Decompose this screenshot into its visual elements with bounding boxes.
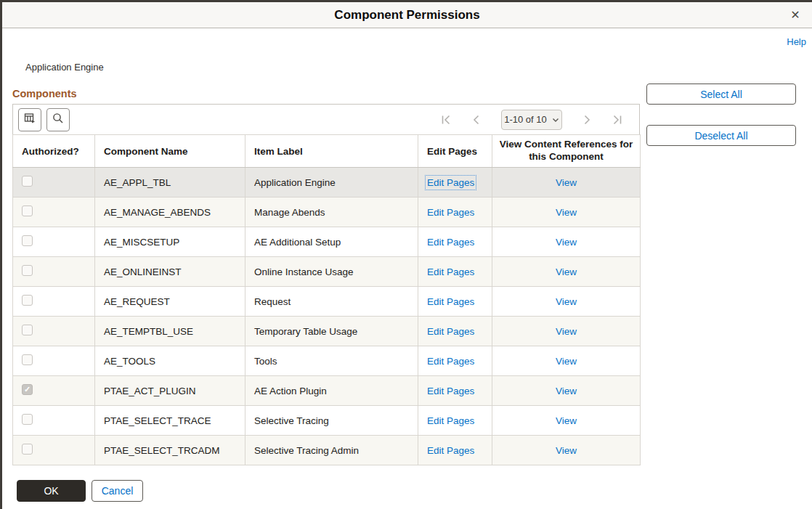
- view-link[interactable]: View: [556, 386, 577, 396]
- view-link[interactable]: View: [556, 237, 577, 248]
- view-link[interactable]: View: [556, 207, 577, 218]
- deselect-all-button[interactable]: Deselect All: [646, 125, 796, 146]
- component-name-cell: AE_TEMPTBL_USE: [95, 317, 245, 346]
- dialog-header: Component Permissions ✕: [2, 2, 812, 28]
- edit-pages-link[interactable]: Edit Pages: [427, 207, 474, 218]
- view-link[interactable]: View: [556, 266, 577, 277]
- component-name-cell: PTAE_SELECT_TRACE: [95, 406, 245, 436]
- component-name-cell: AE_APPL_TBL: [95, 168, 245, 198]
- item-label-cell: Selective Tracing: [245, 406, 418, 436]
- grid-action-menu-button[interactable]: [18, 108, 41, 131]
- item-label-cell: Online Instance Usage: [245, 257, 418, 287]
- authorized-checkbox[interactable]: [22, 354, 33, 365]
- item-label-cell: Selective Tracing Admin: [245, 436, 418, 465]
- view-link[interactable]: View: [556, 326, 577, 337]
- authorized-checkbox[interactable]: [22, 444, 33, 455]
- page-range-select[interactable]: 1-10 of 10: [501, 110, 562, 130]
- table-row: AE_TOOLS Tools Edit Pages View: [13, 346, 641, 376]
- view-link[interactable]: View: [556, 445, 577, 456]
- component-name-cell: AE_TOOLS: [95, 346, 245, 376]
- grid-toolbar: 1-10 of 10: [12, 104, 640, 135]
- chevron-down-icon: [552, 114, 559, 125]
- grid-personalize-icon: [23, 112, 36, 128]
- components-table-body: AE_APPL_TBL Application Engine Edit Page…: [13, 168, 641, 465]
- edit-pages-link[interactable]: Edit Pages: [427, 445, 474, 456]
- column-header-view-content: View Content References for this Compone…: [492, 135, 641, 168]
- authorized-checkbox[interactable]: [22, 295, 33, 306]
- edit-pages-link[interactable]: Edit Pages: [427, 237, 474, 248]
- authorized-checkbox[interactable]: [22, 414, 33, 425]
- grid-search-button[interactable]: [46, 108, 70, 131]
- close-icon[interactable]: ✕: [787, 7, 803, 23]
- cancel-button[interactable]: Cancel: [92, 480, 143, 502]
- previous-page-icon[interactable]: [471, 114, 482, 126]
- table-header-row: Authorized? Component Name Item Label Ed…: [13, 135, 641, 168]
- component-permissions-dialog: Component Permissions ✕ Help Application…: [0, 0, 812, 509]
- last-page-icon[interactable]: [612, 114, 623, 126]
- column-header-authorized: Authorized?: [13, 135, 95, 168]
- component-name-cell: PTAE_SELECT_TRCADM: [95, 436, 245, 465]
- select-all-button[interactable]: Select All: [646, 84, 796, 105]
- item-label-cell: AE Action Plugin: [245, 376, 418, 406]
- authorized-checkbox[interactable]: [22, 265, 33, 276]
- ok-button[interactable]: OK: [17, 480, 86, 502]
- edit-pages-link[interactable]: Edit Pages: [427, 266, 474, 277]
- item-label-cell: Manage Abends: [245, 198, 418, 227]
- column-header-component-name: Component Name: [95, 135, 245, 168]
- components-table: Authorized? Component Name Item Label Ed…: [12, 134, 641, 465]
- item-label-cell: AE Additional Setup: [245, 227, 418, 257]
- edit-pages-link[interactable]: Edit Pages: [427, 415, 474, 426]
- component-name-cell: AE_MISCSETUP: [95, 227, 245, 257]
- item-label-cell: Request: [245, 287, 418, 317]
- edit-pages-link[interactable]: Edit Pages: [427, 177, 474, 188]
- grid-pagination: 1-10 of 10: [440, 110, 639, 130]
- component-name-cell: AE_MANAGE_ABENDS: [95, 198, 245, 227]
- edit-pages-link[interactable]: Edit Pages: [427, 386, 474, 396]
- table-row: PTAE_SELECT_TRCADM Selective Tracing Adm…: [13, 436, 641, 465]
- help-link[interactable]: Help: [787, 36, 806, 47]
- table-row: PTAE_SELECT_TRACE Selective Tracing Edit…: [13, 406, 641, 436]
- edit-pages-link[interactable]: Edit Pages: [427, 296, 474, 307]
- dialog-title: Component Permissions: [2, 2, 812, 28]
- table-row: AE_MISCSETUP AE Additional Setup Edit Pa…: [13, 227, 641, 257]
- table-row: AE_ONLINEINST Online Instance Usage Edit…: [13, 257, 641, 287]
- page-range-label: 1-10 of 10: [504, 114, 547, 125]
- search-icon: [52, 112, 65, 128]
- authorized-checkbox[interactable]: [22, 384, 33, 395]
- component-name-cell: PTAE_ACT_PLUGIN: [95, 376, 245, 406]
- table-row: AE_REQUEST Request Edit Pages View: [13, 287, 641, 317]
- item-label-cell: Temporary Table Usage: [245, 317, 418, 346]
- view-link[interactable]: View: [556, 415, 577, 426]
- item-label-cell: Tools: [245, 346, 418, 376]
- next-page-icon[interactable]: [581, 114, 593, 126]
- authorized-checkbox[interactable]: [22, 176, 33, 187]
- first-page-icon[interactable]: [440, 114, 452, 126]
- edit-pages-link[interactable]: Edit Pages: [427, 326, 474, 337]
- authorized-checkbox[interactable]: [22, 325, 33, 335]
- column-header-item-label: Item Label: [245, 135, 418, 168]
- table-row: PTAE_ACT_PLUGIN AE Action Plugin Edit Pa…: [13, 376, 641, 406]
- authorized-checkbox[interactable]: [22, 235, 33, 246]
- table-row: AE_MANAGE_ABENDS Manage Abends Edit Page…: [13, 198, 641, 227]
- component-name-cell: AE_REQUEST: [95, 287, 245, 317]
- authorized-checkbox[interactable]: [22, 205, 33, 216]
- table-row: AE_APPL_TBL Application Engine Edit Page…: [13, 168, 641, 198]
- view-link[interactable]: View: [556, 177, 577, 188]
- view-link[interactable]: View: [556, 296, 577, 307]
- item-label-cell: Application Engine: [245, 168, 418, 198]
- view-link[interactable]: View: [556, 356, 577, 367]
- table-row: AE_TEMPTBL_USE Temporary Table Usage Edi…: [13, 317, 641, 346]
- edit-pages-link[interactable]: Edit Pages: [427, 356, 474, 367]
- column-header-edit-pages: Edit Pages: [418, 135, 492, 168]
- context-label: Application Engine: [25, 62, 104, 73]
- components-section-title: Components: [12, 88, 77, 99]
- component-name-cell: AE_ONLINEINST: [95, 257, 245, 287]
